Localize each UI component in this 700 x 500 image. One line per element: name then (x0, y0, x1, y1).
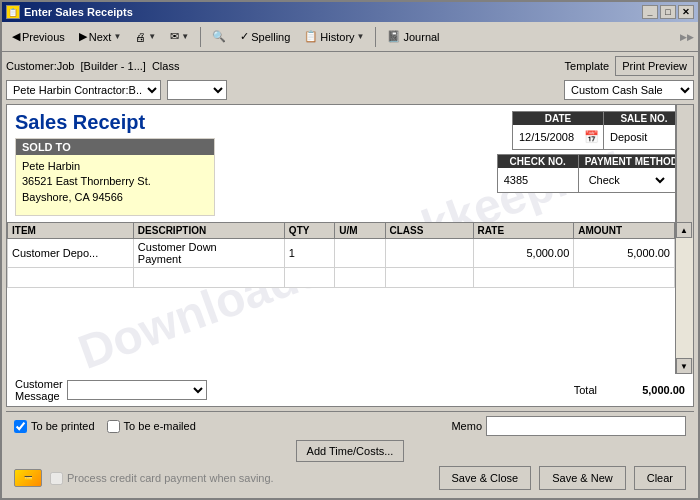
to-be-emailed-checkbox[interactable] (107, 420, 120, 433)
check-payment-row: CHECK NO. PAYMENT METHOD Check (497, 154, 685, 193)
process-credit-text: Process credit card payment when saving. (67, 472, 274, 484)
next-button[interactable]: ▶ Next ▼ (73, 25, 128, 49)
previous-icon: ◀ (12, 30, 20, 43)
maximize-button[interactable]: □ (660, 5, 676, 19)
next-label: Next (89, 31, 112, 43)
spelling-label: Spelling (251, 31, 290, 43)
scroll-up-button[interactable]: ▲ (676, 222, 692, 238)
payment-method-label: PAYMENT METHOD (579, 155, 684, 168)
previous-label: Previous (22, 31, 65, 43)
to-be-printed-checkbox[interactable] (14, 420, 27, 433)
customer-message-area: Customer Message (15, 378, 207, 402)
sale-no-value-cell[interactable] (604, 125, 684, 149)
toolbar-separator2 (375, 27, 376, 47)
empty-desc[interactable] (133, 268, 284, 288)
class-label: Class (152, 60, 180, 72)
total-value: 5,000.00 (605, 384, 685, 396)
find-button[interactable]: 🔍 (206, 25, 232, 49)
date-value-cell[interactable]: 📅 (513, 125, 603, 149)
print-preview-button[interactable]: Print Preview (615, 56, 694, 76)
col-rate: RATE (473, 223, 574, 239)
cell-rate[interactable]: 5,000.00 (473, 239, 574, 268)
spelling-button[interactable]: ✓ Spelling (234, 25, 296, 49)
sold-to-body[interactable]: Pete Harbin 36521 East Thornberry St. Ba… (16, 155, 214, 215)
to-be-printed-label[interactable]: To be printed (14, 420, 95, 433)
window-title: Enter Sales Receipts (24, 6, 133, 18)
bottom-row3: 💳 Process credit card payment when savin… (14, 466, 686, 490)
cell-class[interactable] (385, 239, 473, 268)
email-button[interactable]: ✉ ▼ (164, 25, 195, 49)
right-scroll-panel (675, 105, 693, 222)
to-be-emailed-label[interactable]: To be e-mailed (107, 420, 196, 433)
add-time-costs-button[interactable]: Add Time/Costs... (296, 440, 405, 462)
sold-to-name: Pete Harbin (22, 159, 208, 174)
clear-button[interactable]: Clear (634, 466, 686, 490)
date-input[interactable] (517, 127, 582, 147)
next-icon: ▶ (79, 30, 87, 43)
cell-qty[interactable]: 1 (284, 239, 334, 268)
title-controls[interactable]: _ □ ✕ (642, 5, 694, 19)
empty-amount[interactable] (574, 268, 675, 288)
credit-card-icon: 💳 (14, 469, 42, 487)
scroll-down-button[interactable]: ▼ (676, 358, 692, 374)
process-credit-label[interactable]: Process credit card payment when saving. (50, 472, 274, 485)
customer-job-label: Customer:Job (6, 60, 74, 72)
title-bar: 📋 Enter Sales Receipts _ □ ✕ (2, 2, 698, 22)
sale-no-label: SALE NO. (604, 112, 684, 125)
journal-icon: 📓 (387, 30, 401, 43)
form-left: Sales Receipt SOLD TO Pete Harbin 36521 … (15, 111, 489, 216)
next-arrow-icon: ▼ (113, 32, 121, 41)
close-button[interactable]: ✕ (678, 5, 694, 19)
message-total-row: Customer Message Total 5,000.00 (7, 374, 693, 406)
table-scroll: ▲ ▼ (675, 222, 693, 374)
empty-item[interactable] (8, 268, 134, 288)
save-close-button[interactable]: Save & Close (439, 466, 532, 490)
customer-job-select[interactable]: Pete Harbin Contractor:B... (6, 80, 161, 100)
check-no-value-cell[interactable] (498, 168, 578, 192)
payment-method-value-cell[interactable]: Check (579, 168, 684, 192)
empty-row[interactable] (8, 268, 675, 288)
history-button[interactable]: 📋 History ▼ (298, 25, 370, 49)
print-icon: 🖨 (135, 31, 146, 43)
bottom-bar: To be printed To be e-mailed Memo Add Ti… (6, 411, 694, 494)
empty-qty[interactable] (284, 268, 334, 288)
process-credit-checkbox[interactable] (50, 472, 63, 485)
print-button[interactable]: 🖨 ▼ (129, 25, 162, 49)
customer-message-label: Customer Message (15, 378, 63, 402)
check-no-input[interactable] (502, 170, 562, 190)
toolbar-separator (200, 27, 201, 47)
cell-amount[interactable]: 5,000.00 (574, 239, 675, 268)
col-um: U/M (335, 223, 385, 239)
template-select[interactable]: Custom Cash Sale (564, 80, 694, 100)
line-items-table: ITEM DESCRIPTION QTY U/M CLASS RATE AMOU… (7, 222, 675, 288)
memo-input[interactable] (486, 416, 686, 436)
customer-message-select[interactable] (67, 380, 207, 400)
form-header: Sales Receipt SOLD TO Pete Harbin 36521 … (7, 105, 693, 222)
class-select[interactable] (167, 80, 227, 100)
sale-no-input[interactable] (608, 127, 678, 147)
cell-description[interactable]: Customer DownPayment (133, 239, 284, 268)
calendar-icon[interactable]: 📅 (584, 130, 599, 144)
empty-rate[interactable] (473, 268, 574, 288)
cell-item[interactable]: Customer Depo... (8, 239, 134, 268)
print-arrow-icon: ▼ (148, 32, 156, 41)
window-icon: 📋 (6, 5, 20, 19)
cell-um[interactable] (335, 239, 385, 268)
find-icon: 🔍 (212, 30, 226, 43)
journal-button[interactable]: 📓 Journal (381, 25, 445, 49)
bottom-row1: To be printed To be e-mailed Memo (14, 416, 686, 436)
journal-label: Journal (403, 31, 439, 43)
title-bar-left: 📋 Enter Sales Receipts (6, 5, 133, 19)
scroll-track (676, 238, 693, 358)
payment-method-select[interactable]: Check (583, 170, 668, 190)
history-arrow-icon: ▼ (357, 32, 365, 41)
table-row[interactable]: Customer Depo... Customer DownPayment 1 … (8, 239, 675, 268)
empty-um[interactable] (335, 268, 385, 288)
previous-button[interactable]: ◀ Previous (6, 25, 71, 49)
save-new-button[interactable]: Save & New (539, 466, 626, 490)
form-right: DATE 📅 SALE NO. (497, 111, 685, 216)
minimize-button[interactable]: _ (642, 5, 658, 19)
empty-class[interactable] (385, 268, 473, 288)
customer-template-row: Customer:Job [Builder - 1...] Class Temp… (6, 56, 694, 76)
resize-handle: ▶▶ (680, 32, 694, 42)
